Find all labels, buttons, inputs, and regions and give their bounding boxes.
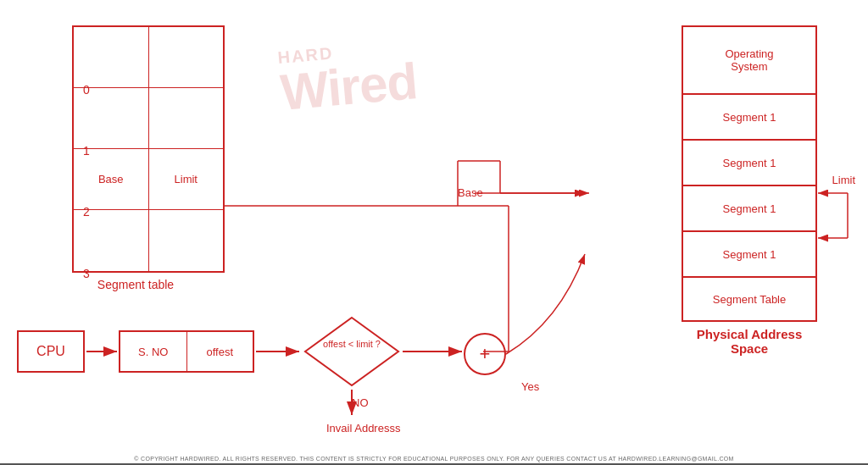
segment-table-grid: Base Limit: [72, 25, 225, 273]
seg-cell-1-1: [149, 88, 224, 148]
row-number-1: 1: [83, 144, 90, 158]
plus-circle: +: [464, 333, 506, 375]
row-number-2: 2: [83, 205, 90, 219]
phys-block-seg-table: Segment Table: [682, 276, 817, 322]
segment-table: 0 1 2 3 Base Limit Segment table: [51, 25, 237, 291]
no-label: NO: [352, 396, 369, 409]
row-number-3: 3: [83, 267, 90, 280]
cpu-box: CPU: [17, 330, 85, 373]
seg-row-3: [74, 210, 223, 271]
base-label: Base: [458, 186, 483, 199]
seg-cell-2-0: Base: [74, 149, 149, 209]
physical-space: OperatingSystem Segment 1 Segment 1 Segm…: [682, 25, 817, 356]
seg-row-1: [74, 88, 223, 149]
seg-cell-2-1: Limit: [149, 149, 224, 209]
phys-block-seg1-d: Segment 1: [682, 230, 817, 276]
diagram-container: HARD Wired 0 1 2 3 Base Limit: [0, 0, 868, 465]
svg-marker-0: [305, 318, 398, 385]
seg-row-0: [74, 27, 223, 88]
bottom-copyright: © COPYRIGHT HARDWIRED. ALL RIGHTS RESERV…: [0, 456, 868, 462]
seg-cell-3-1: [149, 210, 224, 271]
sno-cell: S. NO: [120, 332, 187, 371]
svg-text:offest < limit ?: offest < limit ?: [323, 339, 381, 349]
watermark: HARD Wired: [277, 36, 420, 119]
seg-cell-1-0: [74, 88, 149, 148]
seg-cell-0-0: [74, 27, 149, 87]
phys-block-seg1-a: Segment 1: [682, 93, 817, 139]
decision-diamond: offest < limit ?: [301, 313, 403, 393]
phys-block-seg1-c: Segment 1: [682, 185, 817, 230]
invalid-label: Invail Addresss: [326, 422, 400, 435]
limit-label: Limit: [832, 174, 855, 186]
row-number-0: 0: [83, 83, 90, 97]
offset-cell: offest: [187, 332, 253, 371]
sno-offset-box: S. NO offest: [119, 330, 254, 373]
yes-label: Yes: [521, 380, 539, 393]
segment-table-label: Segment table: [34, 278, 237, 291]
phys-block-seg1-b: Segment 1: [682, 139, 817, 185]
phys-block-os: OperatingSystem: [682, 25, 817, 93]
seg-cell-0-1: [149, 27, 224, 87]
seg-cell-3-0: [74, 210, 149, 271]
physical-space-label: Physical AddressSpace: [682, 327, 817, 356]
seg-row-2: Base Limit: [74, 149, 223, 210]
